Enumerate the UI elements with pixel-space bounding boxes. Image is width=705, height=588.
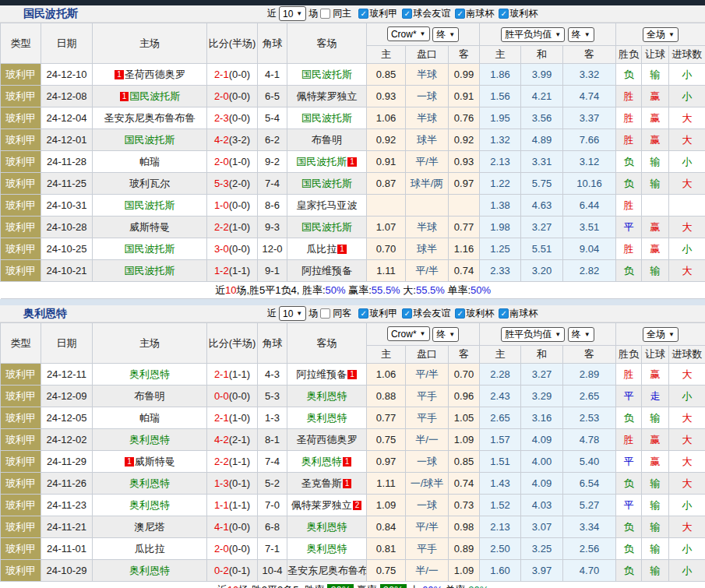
games-count-select[interactable]: 10▼ (279, 6, 306, 21)
avg-select[interactable]: 胜平负均值▼ (501, 27, 565, 42)
sub-header-odds-away: 客 (449, 346, 480, 364)
red-card-badge: 1 (115, 70, 124, 79)
league-checkbox[interactable]: ✓ (499, 308, 509, 319)
away-team-name: 瓜比拉 (306, 243, 337, 255)
away-odds-cell: 0.97 (449, 173, 480, 195)
home-team-name: 国民波托斯 (125, 243, 175, 255)
halftime-score: (1-0) (229, 156, 250, 167)
league-checkbox[interactable]: ✓ (358, 308, 368, 319)
away-odds-cell: 1.05 (449, 407, 480, 429)
date-cell: 24-12-10 (41, 64, 93, 86)
odds-final-select[interactable]: 终▼ (432, 327, 459, 342)
goals-result-cell: 大 (669, 260, 705, 282)
home-team-name: 帕瑞 (139, 156, 160, 167)
score-cell: 2-0(0-0) (207, 86, 258, 107)
halftime-score: (2-0) (229, 178, 250, 189)
avg-select[interactable]: 胜平负均值▼ (501, 327, 565, 342)
odds-final-select[interactable]: 终▼ (432, 27, 459, 42)
goals-result-cell: 大 (669, 516, 705, 538)
avg-away-cell: 2.53 (563, 407, 616, 429)
home-odds-cell: 0.97 (367, 451, 406, 473)
result-cell: 负 (616, 473, 642, 495)
games-count-select[interactable]: 10▼ (279, 306, 306, 321)
match-history-table: 类型 日期 主场 比分(半场) 角球 客场 Crow*▼ 终▼ 胜平负均值▼ 终… (0, 23, 705, 299)
score-cell: 2-1(1-0) (207, 407, 258, 429)
stat-segment: 场,胜2平3负5, 胜率: (238, 584, 327, 588)
cover-result-cell: 输 (642, 538, 669, 560)
home-odds-cell: 0.85 (367, 64, 406, 86)
score-cell: 1-0(0-0) (207, 195, 258, 217)
away-odds-cell: 0.73 (449, 495, 480, 516)
corner-cell: 9-3 (258, 217, 287, 238)
fulltime-score: 1-0 (214, 199, 229, 211)
handicap-cell: 平/半 (406, 260, 449, 282)
cover-result-cell: 输 (642, 495, 669, 516)
result-cell: 负 (616, 407, 642, 429)
away-odds-cell (449, 195, 480, 217)
same-side-checkbox[interactable] (320, 308, 330, 319)
avg-away-cell: 9.04 (563, 238, 616, 260)
scope-select-value: 全场 (647, 328, 665, 341)
league-cell: 玻利甲 (1, 516, 41, 538)
same-side-checkbox[interactable] (320, 9, 330, 19)
match-row: 玻利甲24-11-291威斯特曼2-2(1-1)7-4奥利恩特10.97一球0.… (1, 451, 705, 473)
scope-select[interactable]: 全场▼ (643, 27, 679, 42)
away-odds-cell: 0.96 (449, 386, 480, 407)
goals-result-cell: 小 (669, 560, 705, 582)
league-checkbox[interactable]: ✓ (499, 9, 509, 19)
league-checkbox[interactable]: ✓ (455, 308, 465, 319)
home-odds-cell: 0.75 (367, 560, 406, 582)
avg-draw-cell: 3.16 (521, 407, 563, 429)
handicap-cell: 球半 (406, 238, 449, 260)
avg-final-value: 终 (572, 328, 581, 341)
handicap-cell: 平/半 (406, 364, 449, 386)
away-odds-cell: 0.91 (449, 86, 480, 107)
league-checkbox[interactable]: ✓ (358, 9, 368, 19)
avg-draw-cell: 4.63 (521, 195, 563, 217)
odds-source-select[interactable]: Crow*▼ (387, 26, 430, 41)
scope-select[interactable]: 全场▼ (643, 327, 679, 342)
avg-away-cell: 6.54 (563, 473, 616, 495)
league-checkbox[interactable]: ✓ (402, 308, 412, 319)
score-cell: 3-0(0-0) (207, 238, 258, 260)
sub-header-handicap: 盘口 (406, 346, 449, 364)
away-odds-cell: 0.77 (449, 217, 480, 238)
sub-header-avg-home: 主 (480, 46, 521, 64)
match-row: 玻利甲24-11-28帕瑞2-0(1-0)9-2国民波托斯10.91平/半0.9… (1, 151, 705, 173)
odds-source-select[interactable]: Crow*▼ (387, 326, 430, 341)
home-team-name: 瓜比拉 (135, 543, 165, 555)
fulltime-score: 4-2 (214, 134, 229, 146)
cover-result-cell (642, 195, 669, 217)
avg-final-select[interactable]: 终▼ (568, 327, 594, 342)
avg-away-cell: 3.12 (563, 151, 616, 173)
cover-result-cell: 赢 (642, 364, 669, 386)
league-checkbox[interactable]: ✓ (402, 9, 412, 19)
result-cell: 胜 (616, 238, 642, 260)
sub-header-avg-away: 客 (563, 346, 616, 364)
top-divider-bar (0, 0, 705, 5)
stat-segment: 大: (400, 284, 416, 296)
result-cell: 平 (616, 495, 642, 516)
home-odds-cell: 1.06 (367, 107, 406, 129)
avg-draw-cell: 5.51 (521, 238, 563, 260)
league-checkbox[interactable]: ✓ (455, 9, 465, 19)
home-team-name: 奥利恩特 (129, 434, 170, 445)
away-team-name: 奥利恩特 (307, 521, 347, 533)
away-odds-cell: 0.98 (449, 516, 480, 538)
sub-header-goals: 进球数 (669, 46, 705, 64)
league-filter-group: ✓玻利甲✓球会友谊✓南球杯✓玻利杯 (354, 7, 538, 20)
avg-home-cell: 2.13 (480, 151, 521, 173)
away-team-cell: 圣荷西德奥罗 (287, 429, 367, 451)
chevron-down-icon: ▼ (449, 331, 455, 338)
league-cell: 玻利甲 (1, 151, 41, 173)
home-odds-cell: 0.88 (367, 386, 406, 407)
league-label: 球会友谊 (413, 7, 450, 20)
score-cell: 4-2(3-2) (207, 129, 258, 151)
goals-result-cell: 大 (669, 429, 705, 451)
goals-result-cell: 小 (669, 495, 705, 516)
fulltime-score: 0-2 (214, 565, 229, 576)
avg-away-cell: 3.34 (563, 516, 616, 538)
avg-away-cell: 7.66 (563, 129, 616, 151)
avg-select-value: 胜平负均值 (505, 328, 552, 341)
avg-final-select[interactable]: 终▼ (568, 27, 594, 42)
